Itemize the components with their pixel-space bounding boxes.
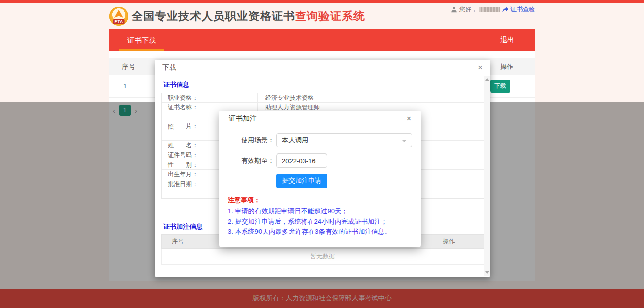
- user-icon: [450, 6, 457, 13]
- logout-button[interactable]: 退出: [500, 36, 514, 45]
- annotation-empty-row: 暂无数据: [161, 249, 484, 265]
- site-title-accent: 查询验证系统: [295, 10, 365, 22]
- row-seq-cell: 1: [109, 82, 155, 90]
- site-title-main: 全国专业技术人员职业资格证书: [132, 10, 295, 22]
- chevron-down-icon: [402, 140, 407, 142]
- brand: PTA 全国专业技术人员职业资格证书查询验证系统: [109, 7, 365, 26]
- annotation-col-action: 操作: [429, 237, 469, 246]
- logo-flame-icon: [114, 10, 123, 18]
- expiry-date-input[interactable]: [276, 153, 327, 168]
- notes-title: 注意事项：: [228, 195, 412, 205]
- note-line-3: 3. 本系统90天内最多允许存在3条有效的证书加注信息。: [228, 227, 412, 237]
- cert-field-row: 职业资格： 经济专业技术资格: [162, 93, 484, 103]
- scene-selected-value: 本人调用: [282, 136, 308, 145]
- no-data-text: 暂无数据: [310, 252, 335, 261]
- greeting-text: 您好，: [459, 5, 477, 14]
- site-header: PTA 全国专业技术人员职业资格证书查询验证系统 您好， 证书查验: [0, 3, 644, 29]
- notes-block: 注意事项： 1. 申请的有效期距申请日不能超过90天； 2. 提交加注申请后，系…: [228, 195, 412, 237]
- note-line-1: 1. 申请的有效期距申请日不能超过90天；: [228, 206, 412, 217]
- scene-form-row: 使用场景： 本人调用: [228, 133, 412, 147]
- scroll-down-icon[interactable]: [485, 271, 489, 274]
- submit-annotation-button[interactable]: 提交加注申请: [276, 174, 327, 188]
- cert-info-section-title: 证书信息: [163, 80, 484, 89]
- annotate-modal-header: 证书加注 ×: [219, 111, 421, 127]
- scroll-up-icon[interactable]: [485, 78, 489, 81]
- username-redacted: [479, 7, 500, 12]
- share-arrow-icon: [502, 6, 509, 13]
- download-modal-header: 下载 ×: [155, 60, 490, 75]
- modal-scrollbar[interactable]: [484, 76, 490, 276]
- user-area: 您好， 证书查验: [450, 5, 535, 14]
- close-icon[interactable]: ×: [478, 63, 483, 72]
- site-title: 全国专业技术人员职业资格证书查询验证系统: [132, 9, 365, 24]
- logo-text: PTA: [113, 19, 125, 24]
- annotate-modal: 证书加注 × 使用场景： 本人调用 有效期至： 提交加注申请 注意事项： 1. …: [219, 111, 421, 247]
- scene-label: 使用场景：: [228, 136, 274, 145]
- annotate-modal-body: 使用场景： 本人调用 有效期至： 提交加注申请 注意事项： 1. 申请的有效期距…: [219, 127, 421, 237]
- pta-logo: PTA: [109, 7, 128, 26]
- download-button[interactable]: 下载: [490, 80, 510, 93]
- col-seq-header: 序号: [109, 62, 155, 71]
- close-icon[interactable]: ×: [407, 115, 411, 123]
- nav-item-cert-download[interactable]: 证书下载: [127, 29, 156, 51]
- page: PTA 全国专业技术人员职业资格证书查询验证系统 您好， 证书查验: [0, 0, 644, 308]
- annotate-modal-title: 证书加注: [229, 114, 257, 124]
- cert-verify-link[interactable]: 证书查验: [502, 5, 535, 14]
- download-modal-title: 下载: [162, 63, 176, 72]
- scene-select[interactable]: 本人调用: [276, 133, 412, 147]
- nav-bar-wrap: 证书下载 退出: [0, 29, 644, 51]
- note-line-2: 2. 提交加注申请后，系统将在24小时内完成证书加注；: [228, 217, 412, 227]
- annotation-col-seq: 序号: [162, 237, 202, 246]
- nav-bar: 证书下载 退出: [109, 29, 535, 51]
- expiry-form-row: 有效期至：: [228, 153, 412, 168]
- expiry-label: 有效期至：: [228, 156, 274, 165]
